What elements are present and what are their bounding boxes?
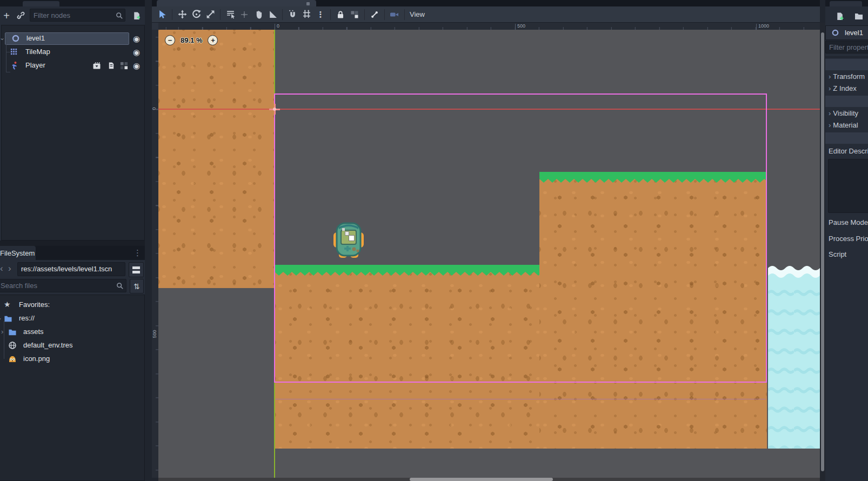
attach-script-icon[interactable] — [130, 10, 142, 22]
ruler-tool-button[interactable] — [265, 8, 279, 21]
inspector-node-name: level1 — [845, 29, 863, 37]
inspector-node-row[interactable]: level1 — [825, 25, 868, 40]
origin-crosshair — [269, 104, 280, 115]
pixel-snap-icon[interactable] — [237, 8, 251, 21]
zoom-out-button[interactable]: − — [165, 35, 175, 45]
group-squares-icon[interactable] — [120, 62, 128, 70]
scene-tab-active[interactable] — [157, 0, 316, 6]
load-resource-folder-icon[interactable] — [853, 11, 864, 22]
group-arrow-icon: › — [829, 121, 831, 129]
group-row-material[interactable]: › Material — [825, 119, 868, 131]
clapper-icon[interactable] — [92, 62, 101, 70]
selection-handle[interactable] — [345, 231, 349, 236]
file-row-res[interactable]: ⌄ res:// — [0, 312, 144, 325]
scene-tree-row-tilemap[interactable]: TileMap ◉ — [2, 45, 144, 59]
filesystem-tree: ★ Favorites: ⌄ res:// › assets — [0, 295, 145, 481]
scene-dock-tabstrip — [0, 0, 145, 6]
selection-handle[interactable] — [342, 228, 345, 231]
h-scrollbar-track[interactable] — [158, 478, 820, 481]
tree-indent-guide — [6, 72, 10, 72]
view-menu-button[interactable]: View — [410, 10, 425, 18]
ruler-label: 0 — [277, 23, 279, 29]
display-mode-button[interactable] — [129, 262, 144, 277]
player-figure-icon — [10, 61, 19, 70]
player-sprite[interactable] — [333, 222, 364, 258]
property-row-script: Script — [825, 248, 868, 260]
category-band — [825, 96, 868, 107]
select-tool-button[interactable] — [155, 8, 169, 21]
filesystem-searchbar: ⇅ — [0, 279, 145, 293]
file-row-assets[interactable]: › assets — [0, 325, 144, 339]
godot-editor-window: + ⌄ level1 ◉ — [0, 0, 868, 481]
search-files-input[interactable] — [0, 279, 126, 292]
canvas-toolbar: ⋮ View — [152, 6, 820, 23]
smart-snap-button[interactable] — [285, 8, 299, 21]
file-row-default-env[interactable]: default_env.tres — [0, 339, 144, 352]
snap-options-icon[interactable]: ⋮ — [313, 8, 328, 21]
group-arrow-icon: › — [829, 72, 831, 81]
script-icon[interactable] — [107, 62, 115, 70]
ruler-label: 0 — [151, 107, 157, 110]
zoom-percent-label[interactable]: 89.1 % — [181, 36, 202, 44]
tab-close-icon[interactable] — [306, 2, 310, 5]
sort-files-button[interactable]: ⇅ — [130, 279, 144, 293]
list-select-tool-button[interactable] — [223, 8, 237, 21]
property-row-process-priority: Process Priority — [825, 232, 868, 244]
current-path-field[interactable]: res://assets/levels/level1.tscn — [17, 262, 125, 276]
inspector-property-list: › Transform › Z Index › Visibility › Mat… — [825, 57, 868, 481]
rotate-tool-button[interactable] — [189, 8, 203, 21]
ruler-label: 1000 — [758, 23, 769, 29]
lock-object-button[interactable] — [333, 8, 348, 21]
scene-tree-row-player[interactable]: Player ◉ — [2, 59, 144, 72]
tilemap-bounds-line — [275, 399, 766, 399]
new-resource-icon[interactable] — [834, 11, 845, 22]
v-scrollbar-grabber[interactable] — [821, 32, 824, 471]
history-back-icon[interactable]: ‹ — [0, 263, 3, 274]
skeleton-bone-icon[interactable] — [368, 8, 382, 21]
move-tool-button[interactable] — [175, 8, 189, 21]
grid-snap-button[interactable] — [299, 8, 313, 21]
group-object-button[interactable] — [348, 8, 362, 21]
zoom-in-button[interactable]: + — [208, 35, 218, 45]
canvas-2d[interactable]: − 89.1 % + — [158, 30, 820, 478]
tile-water — [768, 264, 820, 449]
selected-row-highlight — [5, 32, 129, 45]
scene-tree-row-level1[interactable]: ⌄ level1 ◉ — [2, 32, 144, 45]
visibility-eye-icon[interactable]: ◉ — [133, 35, 140, 43]
visibility-eye-icon[interactable]: ◉ — [133, 62, 140, 70]
scene-dock: + ⌄ level1 ◉ — [0, 6, 145, 241]
scale-tool-button[interactable] — [203, 8, 217, 21]
scene-dock-tab-partial[interactable] — [23, 1, 59, 6]
file-row-icon-png[interactable]: icon.png — [0, 352, 144, 366]
file-label: res:// — [19, 314, 35, 322]
visibility-eye-icon[interactable]: ◉ — [133, 48, 140, 56]
h-scrollbar-grabber[interactable] — [410, 478, 553, 481]
expander-right-icon[interactable]: › — [1, 328, 3, 336]
node2d-circle-icon — [11, 34, 20, 43]
pan-tool-button[interactable] — [251, 8, 265, 21]
camera-override-icon[interactable] — [388, 8, 402, 21]
editor-description-textarea[interactable] — [828, 159, 868, 213]
group-row-transform[interactable]: › Transform — [825, 70, 868, 82]
filter-nodes-input[interactable] — [30, 9, 125, 22]
add-node-button[interactable]: + — [1, 9, 12, 22]
file-row-favorites[interactable]: ★ Favorites: — [0, 298, 144, 312]
history-forward-icon[interactable]: › — [8, 263, 11, 274]
filesystem-tab[interactable]: FileSystem — [0, 246, 36, 260]
scene-toolbar: + — [0, 8, 145, 24]
v-scrollbar-track[interactable] — [820, 23, 825, 481]
dock-menu-icon[interactable]: ⋮ — [133, 248, 142, 258]
group-row-z-index[interactable]: › Z Index — [825, 82, 868, 94]
filter-properties-input[interactable] — [825, 41, 868, 54]
instance-scene-icon[interactable] — [15, 10, 26, 21]
selection-handle[interactable] — [349, 235, 355, 241]
tree-indent-guide — [4, 321, 4, 359]
tree-indent-guide — [6, 38, 6, 72]
property-label: Script — [829, 250, 846, 258]
expander-down-icon[interactable]: ⌄ — [0, 34, 5, 42]
expander-down-icon[interactable]: ⌄ — [0, 314, 2, 322]
inspector-tab-partial[interactable] — [830, 1, 862, 6]
scene-tabstrip — [152, 0, 820, 6]
dock-splitter[interactable] — [0, 241, 145, 246]
group-row-visibility[interactable]: › Visibility — [825, 107, 868, 119]
